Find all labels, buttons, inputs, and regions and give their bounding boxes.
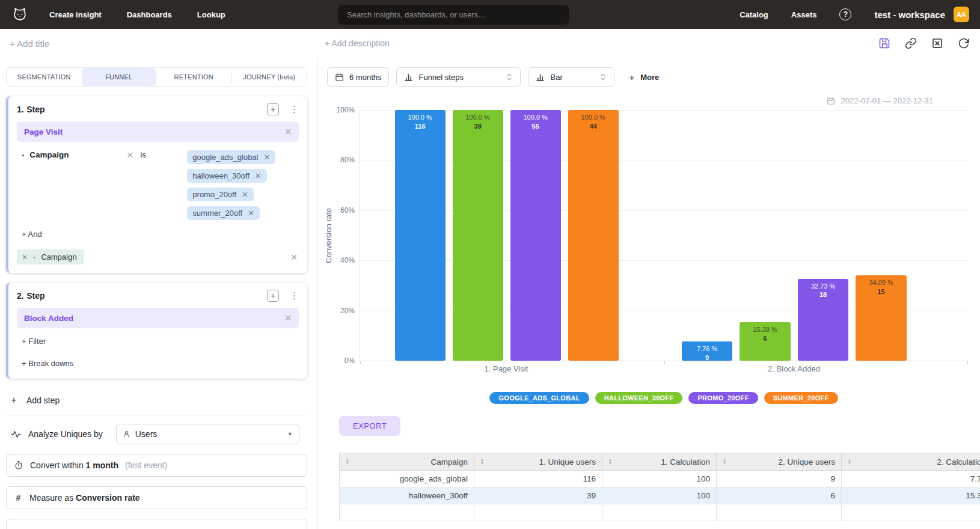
analyze-by-value: Users — [135, 429, 158, 439]
nav-links: Create insight Dashboards Lookup — [49, 10, 225, 19]
link-icon[interactable] — [904, 37, 917, 50]
bar-promo-20off-step1[interactable]: 100.0 %55 — [510, 110, 561, 361]
sort-icon[interactable]: ▲▼ — [480, 459, 484, 465]
tab-journey[interactable]: JOURNEY (beta) — [232, 68, 307, 86]
add-filter-link[interactable]: + Filter — [17, 337, 299, 346]
cell-1-calculation: 100 — [602, 488, 717, 504]
step-2-menu-icon[interactable]: ⋮ — [290, 290, 299, 301]
add-step-button[interactable]: + Add step — [11, 394, 307, 406]
app-logo-cat-icon[interactable] — [11, 5, 29, 23]
measure-prefix: Measure as — [29, 493, 73, 503]
date-range-button-label: 6 months — [349, 73, 381, 82]
bar-google-ads-global-step2[interactable]: 7.76 %9 — [682, 341, 733, 361]
bar-halloween-30off-step1[interactable]: 100.0 %39 — [453, 110, 503, 361]
legend-google-ads-global[interactable]: GOOGLE_ADS_GLOBAL — [489, 392, 589, 404]
sort-icon[interactable]: ▲▼ — [848, 459, 851, 465]
legend-halloween-30off[interactable]: HALLOWEEN_30OFF — [595, 392, 683, 404]
tab-retention[interactable]: RETENTION — [156, 68, 231, 86]
step-1-event-name[interactable]: Page Visit — [24, 127, 63, 136]
cell-1-unique-users: 116 — [474, 471, 602, 488]
filter-property-name[interactable]: Campaign — [29, 150, 120, 159]
breakdown-chip[interactable]: ✕ · Campaign — [17, 249, 84, 264]
cell-campaign: halloween_30off — [340, 488, 474, 504]
sort-icon[interactable]: ▲▼ — [346, 459, 349, 465]
save-icon[interactable] — [878, 37, 891, 50]
step-2-event-name[interactable]: Block Added — [24, 314, 73, 323]
sort-icon[interactable]: ▲▼ — [723, 459, 726, 465]
convert-within-setting[interactable]: Convert within 1 month (first event) — [6, 454, 307, 477]
view-select[interactable]: Funnel steps — [396, 67, 521, 87]
global-search-input[interactable] — [338, 5, 569, 25]
add-title-field[interactable]: + Add title — [10, 38, 49, 49]
refresh-icon[interactable] — [957, 37, 970, 50]
filter-operator[interactable]: is — [140, 150, 187, 159]
add-breakdown-link[interactable]: + Break downs — [17, 359, 299, 370]
select-arrows-icon — [599, 73, 607, 81]
date-range-button[interactable]: 6 months — [327, 67, 389, 87]
chart-type-select[interactable]: Bar — [528, 67, 614, 87]
more-button[interactable]: + More — [629, 72, 659, 82]
user-avatar[interactable]: AA — [954, 7, 969, 22]
table-row[interactable]: halloween_30off 39 100 6 15.38 — [340, 488, 980, 504]
step-2-event-row[interactable]: Block Added ✕ — [17, 308, 299, 328]
close-box-icon[interactable] — [931, 37, 944, 50]
bar-summer-20off-step2[interactable]: 34.09 %15 — [856, 275, 907, 361]
tab-funnel[interactable]: FUNNEL — [82, 68, 157, 86]
step-1-event-row[interactable]: Page Visit ✕ — [17, 121, 299, 142]
filter-remove-icon[interactable]: ✕ — [120, 150, 140, 160]
breakdown-row-remove-icon[interactable]: ✕ — [290, 252, 298, 262]
nav-dashboards[interactable]: Dashboards — [127, 10, 172, 19]
chip-remove-icon[interactable]: ✕ — [255, 171, 262, 180]
filter-value-chip[interactable]: summer_20off✕ — [187, 206, 260, 220]
step-1-add-icon[interactable]: + — [267, 103, 279, 115]
chip-remove-icon[interactable]: ✕ — [242, 190, 248, 199]
step-2-add-icon[interactable]: + — [267, 290, 279, 302]
nav-create-insight[interactable]: Create insight — [49, 10, 102, 19]
col-header-2-calculation[interactable]: ▲▼2. Calculation — [842, 453, 980, 471]
sort-icon[interactable]: ▲▼ — [608, 459, 612, 465]
export-button[interactable]: EXPORT — [339, 416, 400, 436]
table-row[interactable] — [340, 504, 980, 521]
chip-remove-icon[interactable]: ✕ — [248, 209, 254, 218]
filter-value-chip[interactable]: google_ads_global✕ — [187, 150, 275, 164]
filter-value-chip[interactable]: halloween_30off✕ — [187, 169, 266, 183]
col-header-1-calculation[interactable]: ▲▼1. Calculation — [602, 453, 717, 471]
bar-google-ads-global-step1[interactable]: 100.0 %116 — [395, 110, 446, 361]
workspace-name[interactable]: test - workspace — [874, 10, 945, 20]
col-header-2-unique-users[interactable]: ▲▼2. Unique users — [717, 453, 842, 471]
date-range-text: 2022-07-01 — 2022-12-31 — [841, 96, 933, 105]
bar-halloween-30off-step2[interactable]: 15.38 %6 — [740, 322, 791, 361]
analyze-by-select[interactable]: Users ▼ — [116, 424, 299, 444]
breakdown-remove-icon[interactable]: ✕ — [22, 253, 28, 261]
bar-summer-20off-step1[interactable]: 100.0 %44 — [568, 110, 619, 361]
legend-summer-20off[interactable]: SUMMER_20OFF — [764, 392, 838, 404]
nav-assets[interactable]: Assets — [791, 10, 817, 19]
cell-campaign: google_ads_global — [340, 471, 474, 488]
bar-promo-20off-step2[interactable]: 32.73 %18 — [798, 279, 849, 361]
col-header-1-unique-users[interactable]: ▲▼1. Unique users — [474, 453, 602, 471]
filter-value-chips: google_ads_global✕ halloween_30off✕ prom… — [187, 150, 275, 220]
step-1-menu-icon[interactable]: ⋮ — [290, 104, 299, 115]
chart-controls-row: 6 months Funnel steps Bar — [327, 67, 980, 87]
help-icon[interactable]: ? — [839, 8, 851, 20]
nav-lookup[interactable]: Lookup — [197, 10, 225, 19]
filter-value-chip[interactable]: promo_20off✕ — [187, 188, 254, 201]
step-1-card: 1. Step + ⋮ Page Visit ✕ · Campaign ✕ is… — [6, 96, 307, 273]
chip-remove-icon[interactable]: ✕ — [263, 153, 270, 162]
step-1-event-remove-icon[interactable]: ✕ — [284, 127, 292, 136]
additional-setting-box[interactable] — [6, 519, 307, 529]
add-and-filter-link[interactable]: + And — [17, 230, 299, 239]
legend-promo-20off[interactable]: PROMO_20OFF — [688, 392, 758, 404]
table-header-row: ▲▼Campaign ▲▼1. Unique users ▲▼1. Calcul… — [340, 453, 980, 471]
chart-type-value: Bar — [550, 73, 562, 82]
add-description-field[interactable]: + Add description — [325, 38, 390, 48]
col-header-campaign[interactable]: ▲▼Campaign — [340, 453, 474, 471]
tab-segmentation[interactable]: SEGMENTATION — [7, 68, 82, 86]
funnel-bar-chart: Conversion rate 100% 80% 60% 40% 20% 0% … — [360, 110, 968, 361]
convert-prefix: Convert within — [30, 460, 84, 470]
table-row[interactable]: google_ads_global 116 100 9 7.76 — [340, 471, 980, 488]
hash-icon: # — [14, 493, 23, 503]
nav-catalog[interactable]: Catalog — [740, 10, 768, 19]
measure-as-setting[interactable]: # Measure as Conversion rate — [6, 486, 307, 509]
step-2-event-remove-icon[interactable]: ✕ — [284, 313, 292, 323]
